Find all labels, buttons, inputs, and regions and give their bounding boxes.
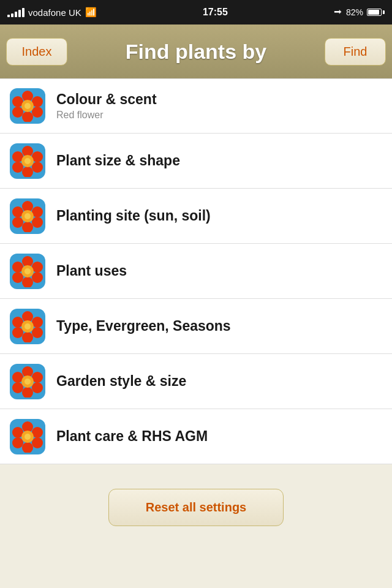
item-text-garden-style: Garden style & size <box>56 373 382 390</box>
item-title: Planting site (sun, soil) <box>56 208 382 225</box>
svg-point-3 <box>22 111 33 122</box>
svg-point-28 <box>12 272 23 283</box>
list-item[interactable]: Type, Evergreen, Seasons <box>0 299 392 354</box>
item-text-type-evergreen: Type, Evergreen, Seasons <box>56 318 382 335</box>
item-text-colour-scent: Colour & scent Red flower <box>56 91 382 121</box>
svg-point-43 <box>22 387 33 398</box>
list-item[interactable]: Plant size & shape <box>0 134 392 189</box>
svg-point-31 <box>24 268 31 274</box>
svg-point-47 <box>24 379 31 385</box>
svg-point-35 <box>22 332 33 342</box>
svg-point-34 <box>32 327 43 338</box>
svg-point-44 <box>12 382 23 393</box>
list-item[interactable]: Plant uses <box>0 244 392 299</box>
battery-percent: 82% <box>346 7 363 17</box>
item-text-plant-uses: Plant uses <box>56 263 382 280</box>
reset-button[interactable]: Reset all settings <box>108 489 284 526</box>
svg-point-52 <box>12 437 23 448</box>
battery-icon <box>367 9 385 16</box>
svg-point-51 <box>22 442 33 453</box>
list-item[interactable]: Plant care & RHS AGM <box>0 409 392 464</box>
nav-title: Find plants by <box>67 40 325 64</box>
signal-icon <box>7 8 24 17</box>
status-time: 17:55 <box>203 7 228 18</box>
item-icon-type-evergreen <box>10 309 45 344</box>
svg-point-18 <box>32 217 43 228</box>
list-item[interactable]: Planting site (sun, soil) <box>0 189 392 244</box>
item-icon-garden-style <box>10 364 45 399</box>
svg-point-55 <box>24 434 31 440</box>
list-item[interactable]: Garden style & size <box>0 354 392 409</box>
svg-point-42 <box>32 382 43 393</box>
svg-point-36 <box>12 327 23 338</box>
item-text-plant-size: Plant size & shape <box>56 153 382 170</box>
item-icon-colour-scent <box>10 88 45 124</box>
item-title: Plant care & RHS AGM <box>56 428 382 445</box>
item-text-planting-site: Planting site (sun, soil) <box>56 208 382 225</box>
carrier-label: vodafone UK <box>28 7 81 18</box>
location-icon: ⮕ <box>334 7 342 17</box>
svg-point-50 <box>32 437 43 448</box>
svg-point-15 <box>24 158 31 164</box>
svg-point-10 <box>32 162 43 173</box>
item-title: Plant size & shape <box>56 153 382 170</box>
item-text-plant-care: Plant care & RHS AGM <box>56 428 382 445</box>
status-carrier-area: vodafone UK 📶 <box>7 7 97 18</box>
item-icon-plant-size <box>10 143 45 179</box>
nav-bar: Index Find plants by Find <box>0 24 392 78</box>
status-right-area: ⮕ 82% <box>334 7 385 17</box>
svg-point-12 <box>12 162 23 173</box>
wifi-icon: 📶 <box>85 7 97 18</box>
svg-point-11 <box>22 167 33 177</box>
status-bar: vodafone UK 📶 17:55 ⮕ 82% <box>0 0 392 24</box>
index-button[interactable]: Index <box>6 38 67 66</box>
footer: Reset all settings <box>0 464 392 551</box>
item-icon-planting-site <box>10 198 45 234</box>
svg-point-19 <box>22 222 33 232</box>
item-icon-plant-uses <box>10 254 45 289</box>
item-title: Plant uses <box>56 263 382 280</box>
item-subtitle: Red flower <box>56 110 382 121</box>
svg-point-2 <box>32 107 43 118</box>
list-item[interactable]: Colour & scent Red flower <box>0 78 392 134</box>
svg-point-7 <box>24 103 31 109</box>
item-title: Garden style & size <box>56 373 382 390</box>
svg-point-39 <box>24 323 31 330</box>
item-icon-plant-care <box>10 419 45 454</box>
svg-point-27 <box>22 277 33 287</box>
plant-category-list: Colour & scent Red flower Plant size & s… <box>0 78 392 464</box>
find-button[interactable]: Find <box>325 38 386 66</box>
item-title: Colour & scent <box>56 91 382 108</box>
svg-point-20 <box>12 217 23 228</box>
svg-point-23 <box>24 213 31 219</box>
svg-point-4 <box>12 107 23 118</box>
svg-point-26 <box>32 272 43 283</box>
item-title: Type, Evergreen, Seasons <box>56 318 382 335</box>
